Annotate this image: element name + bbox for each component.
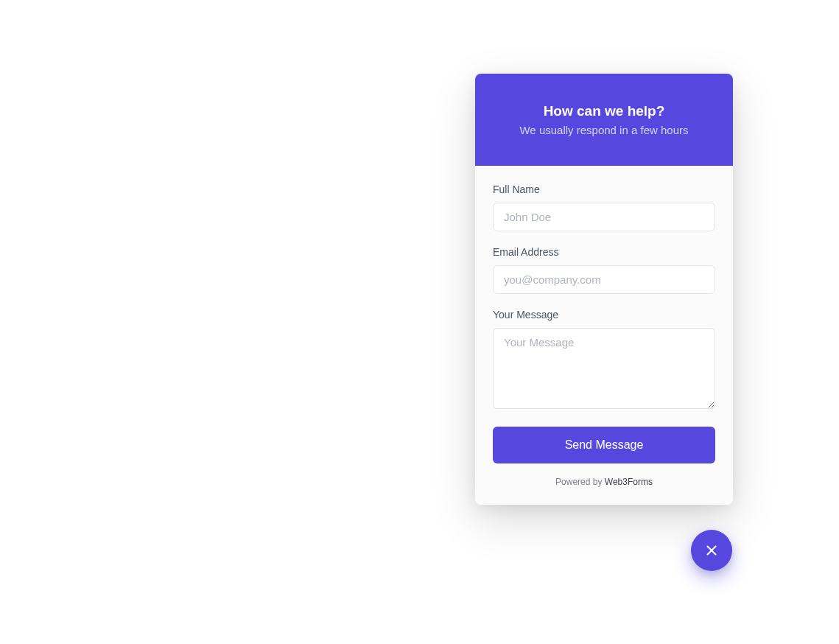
contact-popup: How can we help? We usually respond in a… (475, 74, 733, 505)
full-name-group: Full Name (493, 183, 715, 231)
message-group: Your Message (493, 309, 715, 412)
popup-header: How can we help? We usually respond in a… (475, 74, 733, 166)
powered-by-brand[interactable]: Web3Forms (605, 477, 653, 487)
email-label: Email Address (493, 246, 715, 258)
close-icon (703, 542, 720, 559)
email-input[interactable] (493, 265, 715, 294)
full-name-input[interactable] (493, 203, 715, 231)
powered-by: Powered by Web3Forms (493, 477, 715, 487)
popup-title: How can we help? (490, 103, 718, 119)
send-message-button[interactable]: Send Message (493, 427, 715, 463)
message-label: Your Message (493, 309, 715, 321)
popup-body: Full Name Email Address Your Message Sen… (475, 166, 733, 505)
message-textarea[interactable] (493, 328, 715, 409)
email-group: Email Address (493, 246, 715, 294)
close-button[interactable] (691, 530, 732, 571)
powered-by-prefix: Powered by (555, 477, 605, 487)
full-name-label: Full Name (493, 183, 715, 195)
popup-subtitle: We usually respond in a few hours (490, 124, 718, 136)
